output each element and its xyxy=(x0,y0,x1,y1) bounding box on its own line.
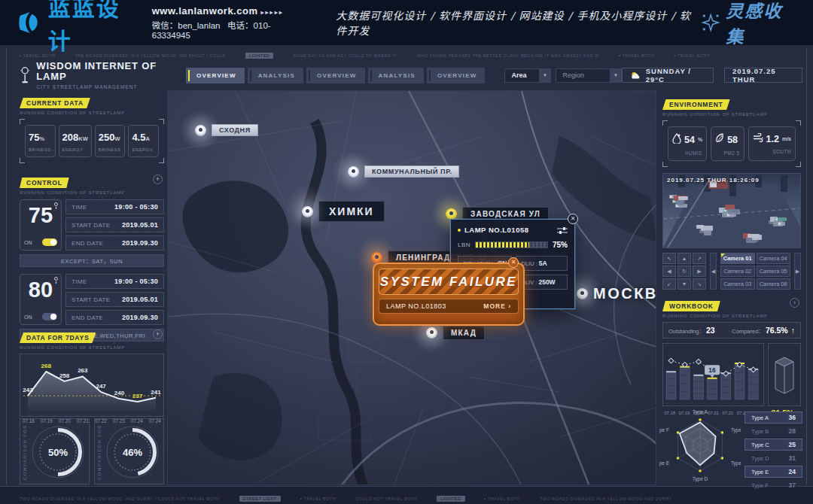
current-data-frame: 75%BRINESS208KWENERGY250WBRINESS4.5AENER… xyxy=(20,119,164,163)
pan-down-button[interactable]: ▼ xyxy=(678,278,691,290)
brand-logo[interactable]: 蓝蓝设计 xyxy=(17,0,139,56)
decorative-text: WHO KNOWS PERHAPS THE BETTER CLAIM, BECA… xyxy=(416,53,598,58)
region-select[interactable]: Region ▼ xyxy=(556,68,622,83)
current-data-stats: 75%BRINESS208KWENERGY250WBRINESS4.5AENER… xyxy=(25,125,159,157)
lamp-marker-icon[interactable] xyxy=(426,327,437,339)
panel-subtitle: RUNNING CONDITION OF STREETLAMP xyxy=(662,112,801,117)
start-date-row[interactable]: START DATE2019.05.01 xyxy=(65,292,164,307)
camera-prev-arrow[interactable]: ◀ xyxy=(710,253,717,290)
tab-overview-0[interactable]: OVERVIEW xyxy=(186,68,245,83)
lamp-marker-icon[interactable] xyxy=(577,288,588,299)
camera-button-4[interactable]: Camera 04 xyxy=(757,253,791,264)
row-label: TIME xyxy=(72,278,87,285)
env-label: HUMID xyxy=(672,150,702,156)
schedule-block: 80 ON TIME19:00 - 05:30 START DATE2019.0… xyxy=(20,274,164,325)
close-icon[interactable]: ✕ xyxy=(508,257,519,268)
schedule-toggle[interactable] xyxy=(42,238,57,246)
schedule-toggle[interactable] xyxy=(42,313,57,320)
settings-sliders-icon[interactable] xyxy=(557,226,568,234)
pan-up-right-button[interactable]: ↗ xyxy=(693,253,706,264)
type-row-type-a[interactable]: Type A36 xyxy=(744,411,802,424)
pan-right-button[interactable]: ▶ xyxy=(693,266,706,277)
start-date-row[interactable]: START DATE2019.05.01 xyxy=(65,217,164,232)
pan-up-button[interactable]: ▲ xyxy=(678,253,691,264)
site-url[interactable]: www.lanlanwork.com ▸▸▸▸▸ xyxy=(152,5,300,17)
add-schedule-button[interactable]: + xyxy=(153,175,163,184)
brightness-bar[interactable] xyxy=(475,241,548,248)
alert-detail-bar: LAMP NO.L01803 MORE › xyxy=(379,299,519,314)
env-value-row: 1.2m/s xyxy=(753,133,791,144)
popup-header: LAMP NO.L01058 xyxy=(451,220,574,234)
type-value: 31 xyxy=(789,454,796,462)
camera-button-5[interactable]: Camera 05 xyxy=(757,266,791,277)
comparison-gauge-2: COMPARISON FOR 46% xyxy=(94,418,164,484)
row-value: 2019.05.01 xyxy=(122,221,158,229)
type-row-type-d[interactable]: Type D31 xyxy=(744,452,802,464)
type-row-type-e[interactable]: Type E24 xyxy=(744,466,802,478)
pan-down-left-button[interactable]: ↙ xyxy=(662,278,676,290)
filter-selects: Area ▼ Region ▼ xyxy=(504,68,622,83)
pan-up-left-button[interactable]: ↖ xyxy=(662,253,676,264)
refresh-button[interactable]: ↻ xyxy=(678,266,691,277)
tab-overview-2[interactable]: OVERVIEW xyxy=(306,68,365,83)
panel-tag: DATA FOR 7DAYS xyxy=(20,332,96,343)
tab-analysis-1[interactable]: ANALYSIS xyxy=(248,68,303,83)
type-row-type-b[interactable]: Type B28 xyxy=(744,425,802,437)
lamp-marker-icon[interactable] xyxy=(371,252,382,263)
workbook-panel: WORKBOOK › RUNNING CONDITION OF STREETLA… xyxy=(662,298,801,417)
decorative-text: TWO ROADS DIVERGED IN A YELLOW WOOD, AND… xyxy=(20,496,220,501)
lamp-marker-icon[interactable] xyxy=(302,206,313,217)
camera-button-3[interactable]: Camera 03 xyxy=(720,278,755,290)
sparkle-star-icon xyxy=(702,13,720,32)
env-value-row: 54% xyxy=(672,133,702,146)
end-date-row[interactable]: END DATE2019.09.30 xyxy=(65,310,164,325)
map-location-сходня[interactable]: СХОДНЯ xyxy=(195,124,258,136)
collect-inspiration[interactable]: 灵感收集 xyxy=(702,0,796,48)
tab-analysis-3[interactable]: ANALYSIS xyxy=(368,68,424,83)
camera-next-arrow[interactable]: ▶ xyxy=(794,253,801,290)
stat-label: BRINESS xyxy=(29,147,52,152)
brightness-value: 75 xyxy=(23,202,58,238)
map-location-химки[interactable]: ХИМКИ xyxy=(302,201,385,222)
lamp-marker-icon[interactable] xyxy=(348,166,359,178)
type-row-type-c[interactable]: Type C25 xyxy=(744,439,802,451)
chevron-down-icon[interactable]: ▼ xyxy=(539,69,550,82)
week-line-chart: 243268258263247240237241 xyxy=(20,354,164,417)
chevron-right-button[interactable]: › xyxy=(790,298,799,308)
environment-frame: 54%HUMID58PM2.51.2m/sSOUTH xyxy=(662,120,801,167)
pan-down-right-button[interactable]: ↘ xyxy=(693,278,706,290)
lamp-marker-icon[interactable] xyxy=(195,125,206,136)
gauge-label: COMPARISON FOR xyxy=(23,424,27,480)
camera-button-1[interactable]: Camera 01 xyxy=(720,253,755,264)
weather-widget: SUNNDAY / 29°C xyxy=(622,68,714,83)
stat-cell: 75%BRINESS xyxy=(25,125,56,157)
camera-button-6[interactable]: Camera 06 xyxy=(757,278,791,290)
city-map[interactable]: СХОДНЯКОММУНАЛЬНЫЙ ПР.ХИМКИЗАВОДСКАЯ УЛЛ… xyxy=(167,90,656,485)
type-value: 25 xyxy=(789,441,796,448)
stat-value: 4.5A xyxy=(132,132,155,143)
failed-lamp-id: LAMP NO.L01803 xyxy=(386,302,446,310)
pan-left-button[interactable]: ◀ xyxy=(662,266,676,277)
chevron-down-icon[interactable]: ▼ xyxy=(610,69,621,82)
expand-button[interactable]: + xyxy=(153,329,163,339)
cube-widget xyxy=(768,343,801,406)
map-location-коммунальный-пр-[interactable]: КОММУНАЛЬНЫЙ ПР. xyxy=(348,165,459,178)
close-icon[interactable]: ✕ xyxy=(568,214,578,224)
camera-view[interactable]: 2019.07.25 THUR 18:26:09 xyxy=(662,173,801,248)
time-row[interactable]: TIME19:00 - 05:30 xyxy=(65,274,164,289)
camera-button-2[interactable]: Camera 02 xyxy=(720,266,755,277)
end-date-row[interactable]: END DATE2019.09.30 xyxy=(65,235,164,250)
gauge-value: 46% xyxy=(123,447,142,458)
area-select[interactable]: Area ▼ xyxy=(504,68,551,83)
env-value: 1.2 xyxy=(766,134,779,144)
map-location-москва[interactable]: МОСКВА xyxy=(577,285,656,302)
stat-unit: % xyxy=(39,135,44,142)
more-button[interactable]: MORE › xyxy=(483,302,511,310)
decorative-text: TRAVEL BOTH xyxy=(300,496,336,501)
time-row[interactable]: TIME19:00 - 05:30 xyxy=(65,199,164,214)
tab-overview-4[interactable]: OVERVIEW xyxy=(427,68,486,83)
type-row-type-f[interactable]: Type F37 xyxy=(744,479,802,491)
leaf-icon xyxy=(715,133,724,146)
map-location-мкад[interactable]: МКАД xyxy=(426,326,485,340)
lamp-marker-icon[interactable] xyxy=(446,208,457,220)
